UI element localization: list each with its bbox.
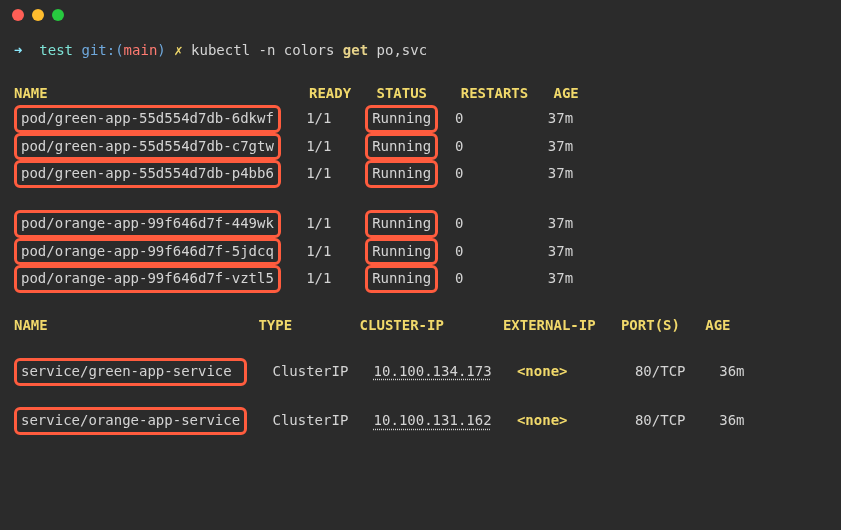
pod-status: Running xyxy=(372,243,431,259)
pod-age: 37m xyxy=(548,215,573,231)
cmd-bold: get xyxy=(343,42,368,58)
pod-age: 37m xyxy=(548,270,573,286)
svc-header-type: TYPE xyxy=(258,317,292,333)
highlight-box: pod/orange-app-99f646d7f-vztl5 xyxy=(14,265,281,293)
pod-ready: 1/1 xyxy=(306,165,331,181)
svc-externalip: <none> xyxy=(517,363,568,379)
svc-clusterip: 10.100.131.162 xyxy=(374,412,492,428)
pod-age: 37m xyxy=(548,138,573,154)
highlight-box: Running xyxy=(365,160,438,188)
pod-restarts: 0 xyxy=(455,270,463,286)
svc-ports: 80/TCP xyxy=(635,363,686,379)
prompt-dir: test xyxy=(39,42,73,58)
highlight-box: pod/green-app-55d554d7db-p4bb6 xyxy=(14,160,281,188)
pod-status: Running xyxy=(372,110,431,126)
pod-restarts: 0 xyxy=(455,243,463,259)
pod-restarts: 0 xyxy=(455,165,463,181)
prompt-branch: main xyxy=(124,42,158,58)
svc-type: ClusterIP xyxy=(272,412,348,428)
svc-header-name: NAME xyxy=(14,317,48,333)
pod-ready: 1/1 xyxy=(306,270,331,286)
svc-header-clusterip: CLUSTER-IP xyxy=(360,317,444,333)
highlight-box: service/green-app-service xyxy=(14,358,247,386)
pod-name: pod/orange-app-99f646d7f-5jdcq xyxy=(21,243,274,259)
zoom-icon[interactable] xyxy=(52,9,64,21)
svc-header-externalip: EXTERNAL-IP xyxy=(503,317,596,333)
pod-name: pod/green-app-55d554d7db-6dkwf xyxy=(21,110,274,126)
pod-status: Running xyxy=(372,270,431,286)
pod-restarts: 0 xyxy=(455,138,463,154)
pods-header-status: STATUS xyxy=(376,85,427,101)
pod-ready: 1/1 xyxy=(306,215,331,231)
pod-ready: 1/1 xyxy=(306,138,331,154)
prompt-git-close: ) xyxy=(157,42,165,58)
prompt-arrow-icon: ➜ xyxy=(14,42,22,58)
pod-restarts: 0 xyxy=(455,110,463,126)
svc-name: service/green-app-service xyxy=(21,363,232,379)
pod-restarts: 0 xyxy=(455,215,463,231)
pod-age: 37m xyxy=(548,165,573,181)
window-titlebar xyxy=(0,0,841,30)
highlight-box: service/orange-app-service xyxy=(14,407,247,435)
cmd-pre: kubectl -n colors xyxy=(191,42,343,58)
highlight-box: Running xyxy=(365,238,438,266)
svc-clusterip: 10.100.134.173 xyxy=(374,363,492,379)
pods-header-name: NAME xyxy=(14,85,48,101)
pod-status: Running xyxy=(372,138,431,154)
svc-externalip: <none> xyxy=(517,412,568,428)
pod-age: 37m xyxy=(548,243,573,259)
pod-name: pod/green-app-55d554d7db-p4bb6 xyxy=(21,165,274,181)
pod-age: 37m xyxy=(548,110,573,126)
pod-ready: 1/1 xyxy=(306,243,331,259)
highlight-box: Running xyxy=(365,210,438,238)
pod-name: pod/green-app-55d554d7db-c7gtw xyxy=(21,138,274,154)
svc-ports: 80/TCP xyxy=(635,412,686,428)
minimize-icon[interactable] xyxy=(32,9,44,21)
pods-header-ready: READY xyxy=(309,85,351,101)
highlight-box: Running xyxy=(365,265,438,293)
svc-type: ClusterIP xyxy=(272,363,348,379)
pods-header-age: AGE xyxy=(554,85,579,101)
highlight-box: pod/green-app-55d554d7db-6dkwf xyxy=(14,105,281,133)
pods-header-restarts: RESTARTS xyxy=(461,85,528,101)
highlight-box: Running xyxy=(365,133,438,161)
svc-age: 36m xyxy=(719,363,744,379)
svc-header-ports: PORT(S) xyxy=(621,317,680,333)
pod-status: Running xyxy=(372,165,431,181)
terminal-output[interactable]: ➜ test git:(main) ✗ kubectl -n colors ge… xyxy=(0,30,841,449)
highlight-box: pod/orange-app-99f646d7f-449wk xyxy=(14,210,281,238)
prompt-dirty-icon: ✗ xyxy=(174,42,182,58)
prompt-git-label: git:( xyxy=(81,42,123,58)
close-icon[interactable] xyxy=(12,9,24,21)
svc-header-age: AGE xyxy=(705,317,730,333)
highlight-box: pod/green-app-55d554d7db-c7gtw xyxy=(14,133,281,161)
pod-status: Running xyxy=(372,215,431,231)
cmd-post: po,svc xyxy=(368,42,427,58)
pod-name: pod/orange-app-99f646d7f-vztl5 xyxy=(21,270,274,286)
svc-name: service/orange-app-service xyxy=(21,412,240,428)
pod-name: pod/orange-app-99f646d7f-449wk xyxy=(21,215,274,231)
highlight-box: Running xyxy=(365,105,438,133)
svc-age: 36m xyxy=(719,412,744,428)
highlight-box: pod/orange-app-99f646d7f-5jdcq xyxy=(14,238,281,266)
pod-ready: 1/1 xyxy=(306,110,331,126)
